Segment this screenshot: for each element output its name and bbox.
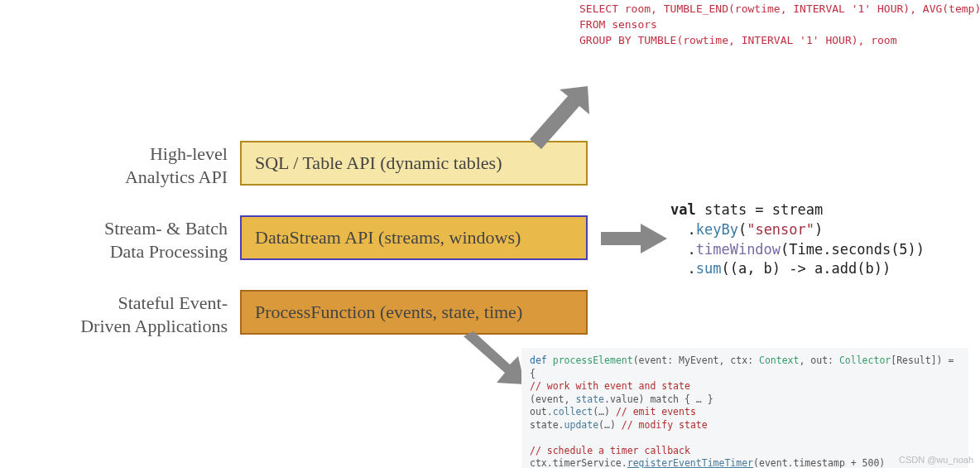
type-context: Context — [759, 355, 799, 366]
code-indent: . — [670, 241, 696, 258]
label-line: Data Processing — [0, 240, 228, 263]
code-line: // schedule a timer callback — [530, 445, 960, 458]
kw-def: def — [530, 355, 547, 366]
code-line: // work with event and state — [530, 380, 960, 393]
code-line: FROM sensors — [579, 18, 657, 31]
watermark: CSDN @wu_noah — [899, 455, 973, 465]
type-collector: Collector — [839, 355, 891, 366]
code-text: stats = stream — [696, 201, 824, 218]
code-text: ((a, b) -> a.add(b)) — [721, 260, 891, 277]
code-text: ctx.timerService. — [530, 457, 627, 468]
svg-marker-1 — [601, 224, 667, 253]
code-scala: val stats = stream .keyBy("sensor") .tim… — [670, 200, 925, 279]
code-update: update — [564, 419, 599, 431]
method-timeWindow: timeWindow — [696, 241, 781, 258]
code-line: (event, state.value) match { … } — [530, 393, 960, 407]
code-collect: collect — [553, 406, 593, 417]
comment: // emit events — [616, 406, 696, 417]
code-register-timer: registerEventTimeTimer — [627, 457, 753, 468]
box-label: DataStream API (streams, windows) — [255, 227, 521, 248]
code-line: SELECT room, TUMBLE_END(rowtime, INTERVA… — [579, 2, 980, 15]
code-text: , out: — [799, 355, 838, 366]
label-line: Driven Applications — [0, 315, 228, 338]
method-sum: sum — [696, 260, 722, 277]
code-line: def processElement(event: MyEvent, ctx: … — [530, 355, 960, 380]
label-stateful: Stateful Event- Driven Applications — [0, 292, 228, 337]
paren: ) — [814, 221, 823, 238]
code-processfunction: def processElement(event: MyEvent, ctx: … — [521, 348, 968, 468]
label-line: Stateful Event- — [0, 292, 228, 315]
code-text: (event, — [530, 393, 575, 405]
code-text: (…) — [593, 406, 616, 417]
label-line: Analytics API — [0, 166, 228, 189]
string-sensor: "sensor" — [747, 221, 814, 238]
comment: // work with event and state — [530, 380, 690, 392]
arrow-right-icon — [601, 224, 667, 253]
svg-marker-0 — [530, 86, 589, 149]
comment: // modify state — [622, 419, 708, 431]
comment: // schedule a timer callback — [530, 445, 690, 456]
box-label: ProcessFunction (events, state, time) — [255, 302, 522, 323]
kw-val: val — [670, 201, 696, 218]
code-line — [530, 432, 960, 445]
method-keyBy: keyBy — [696, 221, 738, 238]
code-text: (event: MyEvent, ctx: — [633, 355, 759, 366]
code-text: out. — [530, 406, 553, 417]
box-label: SQL / Table API (dynamic tables) — [255, 152, 502, 174]
code-indent: . — [670, 260, 696, 277]
code-line: state.update(…) // modify state — [530, 419, 960, 432]
code-line: ctx.timerService.registerEventTimeTimer(… — [530, 457, 960, 468]
paren: ( — [738, 221, 747, 238]
label-line: High-level — [0, 142, 228, 166]
code-text: (Time.seconds(5)) — [781, 241, 925, 258]
code-text: .value) match { … } — [604, 393, 713, 405]
label-line: Stream- & Batch — [0, 217, 228, 240]
code-text: state. — [530, 419, 564, 431]
box-datastream-api: DataStream API (streams, windows) — [240, 215, 588, 260]
code-indent: . — [670, 221, 696, 238]
box-processfunction: ProcessFunction (events, state, time) — [240, 290, 588, 335]
fn-name: processElement — [553, 355, 633, 366]
svg-marker-2 — [464, 331, 525, 384]
arrow-up-right-icon — [530, 83, 604, 149]
code-line: out.collect(…) // emit events — [530, 406, 960, 419]
label-stream-batch: Stream- & Batch Data Processing — [0, 217, 228, 263]
label-high-level: High-level Analytics API — [0, 142, 228, 188]
code-sql: SELECT room, TUMBLE_END(rowtime, INTERVA… — [579, 2, 980, 49]
code-text: (…) — [598, 419, 622, 431]
code-state: state — [575, 393, 604, 405]
code-line: GROUP BY TUMBLE(rowtime, INTERVAL '1' HO… — [579, 34, 897, 46]
code-text: (event.timestamp + 500) — [753, 457, 885, 468]
